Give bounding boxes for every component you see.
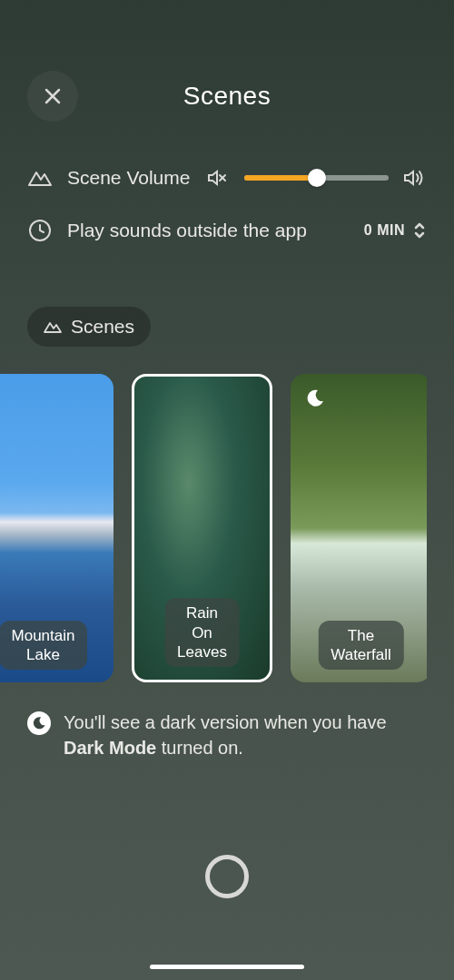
scenes-tab[interactable]: Scenes (27, 307, 151, 347)
settings-section: Scene Volume (0, 138, 454, 289)
header: Scenes (0, 0, 454, 138)
scenes-carousel[interactable]: Mountain Lake Rain On Leaves The Waterfa… (0, 347, 427, 682)
volume-mute-icon[interactable] (204, 165, 230, 191)
scene-label: Rain On Leaves (164, 598, 240, 667)
hint-prefix: You'll see a dark version when you have (64, 712, 387, 732)
hint-suffix: turned on. (156, 738, 243, 758)
volume-slider[interactable] (244, 175, 389, 181)
mountain-icon (44, 320, 62, 333)
duration-value: 0 MIN (364, 222, 405, 239)
moon-icon (305, 388, 325, 408)
mountain-icon (27, 165, 53, 191)
volume-label: Scene Volume (67, 167, 190, 189)
record-button[interactable] (205, 855, 249, 898)
close-icon (42, 85, 64, 107)
home-indicator[interactable] (150, 965, 304, 969)
hint-moon-badge (27, 711, 51, 735)
duration-stepper[interactable]: 0 MIN (364, 220, 427, 241)
play-outside-label: Play sounds outside the app (67, 220, 307, 241)
scene-volume-row: Scene Volume (27, 165, 427, 191)
dark-mode-hint: You'll see a dark version when you have … (0, 682, 454, 788)
page-title: Scenes (27, 82, 427, 111)
hint-text: You'll see a dark version when you have … (64, 710, 427, 760)
hint-bold: Dark Mode (64, 738, 156, 758)
slider-thumb[interactable] (308, 169, 326, 187)
clock-icon (27, 218, 53, 243)
scene-label: The Waterfall (318, 621, 403, 671)
close-button[interactable] (27, 71, 78, 122)
slider-fill (244, 175, 316, 181)
scene-card-rain-on-leaves[interactable]: Rain On Leaves (132, 374, 272, 682)
dark-available-badge (301, 385, 329, 412)
stepper-chevrons-icon (412, 220, 427, 241)
play-outside-row: Play sounds outside the app 0 MIN (27, 218, 427, 243)
tab-label: Scenes (71, 316, 134, 338)
moon-icon (32, 716, 46, 730)
volume-up-icon[interactable] (401, 165, 427, 191)
scene-card-mountain-lake[interactable]: Mountain Lake (0, 374, 114, 682)
scene-card-the-waterfall[interactable]: The Waterfall (291, 374, 427, 682)
scene-label: Mountain Lake (0, 621, 87, 671)
